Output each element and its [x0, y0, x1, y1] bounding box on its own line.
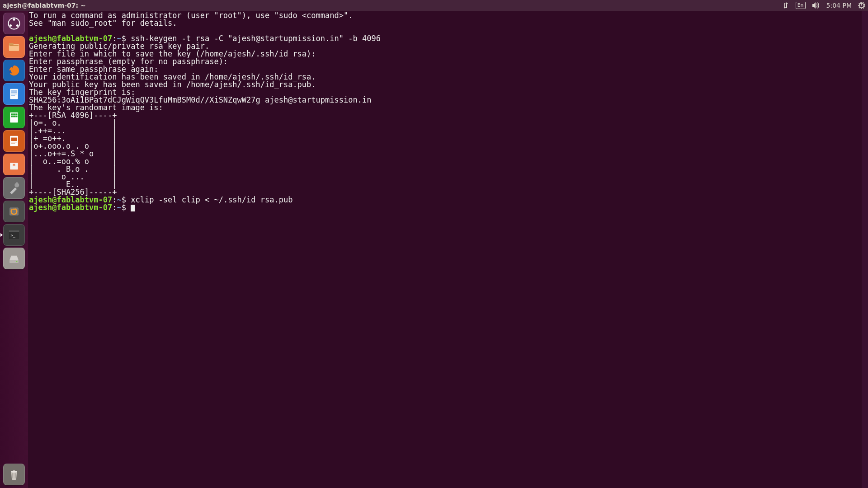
svg-rect-33: [9, 230, 19, 232]
keyboard-indicator[interactable]: En: [796, 2, 806, 9]
svg-rect-12: [11, 92, 17, 93]
svg-rect-19: [11, 116, 13, 117]
launcher-firefox[interactable]: [3, 60, 25, 81]
svg-rect-25: [11, 143, 15, 143]
svg-rect-13: [11, 94, 17, 94]
svg-rect-38: [13, 470, 15, 471]
launcher-software[interactable]: A: [3, 154, 25, 175]
svg-point-4: [9, 24, 12, 27]
svg-rect-14: [11, 95, 15, 96]
network-icon[interactable]: [782, 2, 789, 9]
svg-point-3: [13, 19, 15, 21]
terminal-output[interactable]: To run a command as administrator (user …: [28, 11, 868, 213]
launcher-updater[interactable]: [3, 201, 25, 222]
terminal-window[interactable]: To run a command as administrator (user …: [28, 11, 868, 488]
svg-text:>_: >_: [11, 233, 16, 238]
svg-point-5: [16, 24, 19, 27]
launcher-impress[interactable]: [3, 130, 25, 152]
launcher-writer[interactable]: [3, 83, 25, 105]
launcher-trash[interactable]: [3, 464, 25, 485]
svg-rect-18: [15, 113, 17, 115]
svg-rect-21: [15, 116, 17, 117]
terminal-cursor: [131, 205, 135, 211]
unity-launcher: A>_: [0, 11, 28, 488]
launcher-drive[interactable]: [3, 248, 25, 269]
svg-rect-20: [13, 116, 15, 117]
svg-rect-17: [13, 113, 15, 115]
svg-rect-23: [11, 138, 17, 141]
svg-rect-8: [9, 45, 19, 46]
svg-rect-7: [9, 43, 14, 45]
top-menubar: ajesh@fablabtvm-07: ~ En 5:04 PM: [0, 0, 868, 11]
launcher-calc[interactable]: [3, 107, 25, 128]
svg-rect-11: [11, 91, 17, 92]
svg-rect-16: [11, 113, 13, 115]
terminal-scrollbar[interactable]: [862, 11, 868, 488]
svg-point-36: [16, 261, 18, 263]
svg-rect-24: [11, 142, 17, 142]
window-title: ajesh@fablabtvm-07: ~: [3, 0, 86, 11]
launcher-files[interactable]: [3, 36, 25, 58]
launcher-dash[interactable]: [3, 13, 25, 34]
launcher-settings[interactable]: [3, 177, 25, 199]
volume-icon[interactable]: [812, 2, 820, 9]
clock[interactable]: 5:04 PM: [826, 0, 852, 11]
session-icon[interactable]: [858, 2, 865, 9]
svg-rect-29: [16, 183, 18, 185]
launcher-terminal[interactable]: >_: [3, 224, 25, 246]
